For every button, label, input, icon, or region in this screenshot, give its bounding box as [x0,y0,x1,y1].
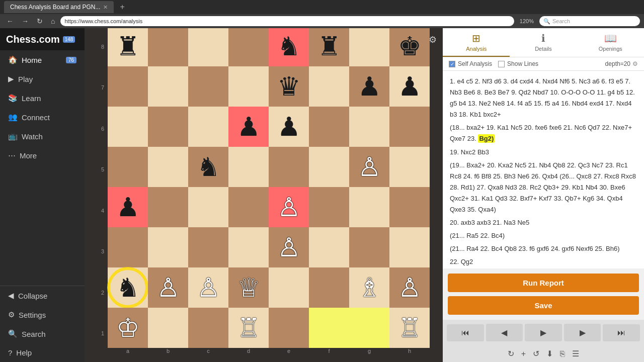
next-move-button[interactable]: ▶ [564,324,601,341]
self-analysis-checkbox[interactable] [449,61,455,67]
square[interactable] [228,66,269,107]
sidebar-item-home[interactable]: 🏠 Home 76 [0,50,85,69]
sidebar-item-settings[interactable]: ⚙ Settings [0,305,85,324]
square[interactable] [349,107,389,147]
square[interactable]: ♙ [389,267,430,308]
play-button[interactable]: ▶ [525,324,562,341]
square[interactable] [309,308,349,348]
prev-move-button[interactable]: ◀ [486,324,523,341]
square[interactable] [349,308,389,348]
square[interactable] [188,107,228,147]
active-tab[interactable]: Chess Analysis Board and PGN... ✕ [4,1,114,13]
square[interactable] [148,107,188,147]
square[interactable]: ♗ [349,267,389,308]
sidebar-item-help[interactable]: ? Help [0,343,85,362]
square[interactable]: ♟ [349,66,389,107]
sidebar-item-collapse[interactable]: ◀ Collapse [0,286,85,305]
square[interactable]: ♟ [269,107,309,147]
add-button[interactable]: + [520,348,527,360]
tab-details[interactable]: ℹ Details [510,28,577,57]
square[interactable] [389,187,430,227]
save-button[interactable]: Save [448,296,639,315]
square[interactable] [108,227,148,267]
square[interactable] [309,267,349,308]
back-btn[interactable]: ← [4,16,16,26]
square[interactable]: ♙ [269,227,309,267]
square[interactable] [148,147,188,187]
square[interactable] [269,267,309,308]
square[interactable]: ♜ [108,26,148,66]
show-lines-option[interactable]: Show Lines [498,60,538,67]
square[interactable]: ♟ [389,66,430,107]
square[interactable] [108,147,148,187]
square[interactable]: ♙ [269,187,309,227]
square[interactable] [309,66,349,107]
board-settings-icon[interactable]: ⚙ [429,34,437,45]
square[interactable] [228,147,269,187]
new-tab-btn[interactable]: + [116,3,128,12]
square[interactable]: ♙ [148,267,188,308]
first-move-button[interactable]: ⏮ [447,324,484,341]
run-report-button[interactable]: Run Report [448,274,639,292]
forward-btn[interactable]: → [19,16,31,26]
square[interactable]: ♞ [269,26,309,66]
sidebar-item-learn[interactable]: 📚 Learn [0,88,85,108]
square[interactable] [269,147,309,187]
refresh-btn[interactable]: ↻ [34,16,45,26]
sidebar-item-more[interactable]: ⋯ More [0,146,85,165]
square[interactable] [228,227,269,267]
flip-board-button[interactable]: ↻ [506,347,516,360]
square[interactable]: ♖ [228,308,269,348]
square[interactable] [148,227,188,267]
square[interactable]: ♛ [269,66,309,107]
square[interactable] [389,107,430,147]
square[interactable] [148,26,188,66]
square[interactable]: ♙ [188,267,228,308]
square[interactable] [188,308,228,348]
square[interactable]: ♖ [389,308,430,348]
last-move-button[interactable]: ⏭ [603,324,640,341]
share-button[interactable]: ⎘ [558,348,567,360]
sidebar-item-play[interactable]: ▶ Play [0,69,85,88]
tab-openings[interactable]: 📖 Openings [577,28,644,57]
home-btn[interactable]: ⌂ [48,16,57,26]
square[interactable]: ♞ [188,147,228,187]
square[interactable] [228,26,269,66]
depth-settings-icon[interactable]: ⚙ [632,60,638,67]
browser-search-bar[interactable]: 🔍 Search [539,16,640,26]
address-bar[interactable]: https://www.chess.com/analysis [60,16,514,26]
square[interactable]: ♕ [228,267,269,308]
menu-button[interactable]: ☰ [571,347,581,360]
square[interactable] [309,107,349,147]
square[interactable] [349,187,389,227]
square[interactable]: ♟ [108,187,148,227]
square[interactable] [349,26,389,66]
square[interactable]: ♞ [108,267,148,308]
sidebar-item-connect[interactable]: 👥 Connect [0,108,85,127]
tab-analysis[interactable]: ⊞ Analysis [443,28,510,57]
square[interactable] [188,66,228,107]
square[interactable] [188,26,228,66]
square[interactable]: ♙ [349,147,389,187]
square[interactable] [108,107,148,147]
square[interactable] [228,187,269,227]
square[interactable] [188,187,228,227]
square[interactable] [309,187,349,227]
square[interactable]: ♟ [228,107,269,147]
square[interactable] [108,66,148,107]
square[interactable] [349,227,389,267]
square[interactable] [309,227,349,267]
square[interactable]: ♚ [389,26,430,66]
square[interactable]: ♔ [108,308,148,348]
sidebar-item-search[interactable]: 🔍 Search [0,324,85,343]
square[interactable] [269,308,309,348]
square[interactable] [148,308,188,348]
square[interactable]: ♜ [309,26,349,66]
download-button[interactable]: ⬇ [545,347,554,360]
show-lines-checkbox[interactable] [498,61,505,67]
square[interactable] [148,187,188,227]
square[interactable] [148,66,188,107]
reset-button[interactable]: ↺ [531,347,541,360]
square[interactable] [389,147,430,187]
square[interactable] [389,227,430,267]
